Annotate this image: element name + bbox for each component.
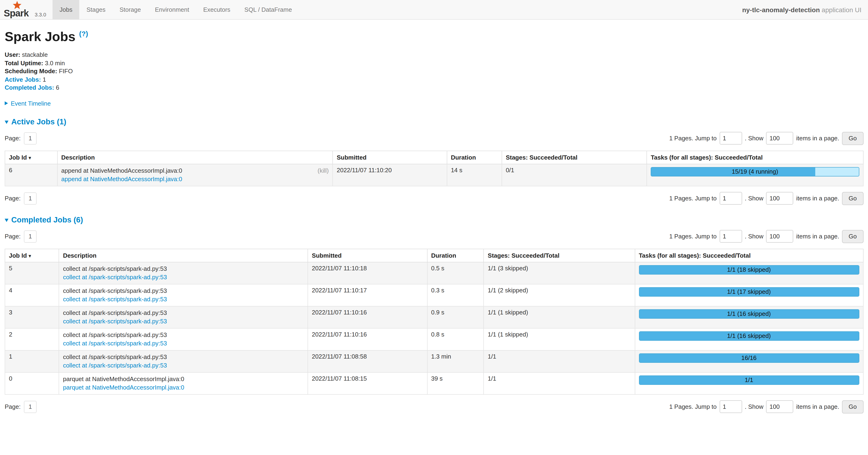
col-description[interactable]: Description bbox=[57, 151, 333, 164]
user-value: stackable bbox=[22, 51, 48, 58]
show-text: . Show bbox=[745, 195, 764, 202]
job-id-cell: 2 bbox=[5, 328, 59, 350]
summary-scheduling-mode: Scheduling Mode: FIFO bbox=[5, 67, 863, 76]
job-description-cell: collect at /spark-scripts/spark-ad.py:53… bbox=[59, 284, 308, 306]
col-job-id[interactable]: Job Id ▾ bbox=[5, 249, 59, 262]
col-job-id[interactable]: Job Id ▾ bbox=[5, 151, 57, 164]
pages-jump-text: 1 Pages. Jump to bbox=[669, 135, 717, 142]
col-duration[interactable]: Duration bbox=[447, 151, 502, 164]
progress-label: 1/1 (18 skipped) bbox=[639, 266, 859, 274]
page-number-button[interactable]: 1 bbox=[24, 132, 37, 145]
tasks-progress-bar: 1/1 (16 skipped) bbox=[639, 331, 859, 341]
go-button[interactable]: Go bbox=[842, 132, 863, 145]
show-text: . Show bbox=[745, 233, 764, 240]
col-stages[interactable]: Stages: Succeeded/Total bbox=[502, 151, 647, 164]
submitted-cell: 2022/11/07 11:08:15 bbox=[308, 372, 427, 395]
col-description[interactable]: Description bbox=[59, 249, 308, 262]
spark-logo[interactable]: Spark 3.3.0 bbox=[0, 0, 53, 19]
tasks-cell: 1/1 (16 skipped) bbox=[635, 328, 863, 350]
tasks-cell: 1/1 (16 skipped) bbox=[635, 306, 863, 328]
tab-sql-dataframe[interactable]: SQL / DataFrame bbox=[238, 0, 299, 19]
tab-jobs[interactable]: Jobs bbox=[53, 0, 80, 19]
page-number-button[interactable]: 1 bbox=[24, 401, 37, 413]
jump-to-input[interactable] bbox=[719, 132, 742, 145]
completed-jobs-table: Job Id ▾ Description Submitted Duration … bbox=[5, 249, 863, 395]
uptime-value: 3.0 min bbox=[45, 60, 65, 67]
completed-jobs-section-header[interactable]: Completed Jobs (6) bbox=[5, 216, 863, 224]
submitted-cell: 2022/11/07 11:10:16 bbox=[308, 306, 427, 328]
show-items-input[interactable] bbox=[766, 230, 794, 243]
tasks-progress-bar: 1/1 (18 skipped) bbox=[639, 265, 859, 275]
show-items-input[interactable] bbox=[766, 401, 794, 413]
job-description-link[interactable]: collect at /spark-scripts/spark-ad.py:53 bbox=[63, 361, 167, 370]
page-label: Page: bbox=[5, 233, 21, 240]
pagination-bar: Page: 1 1 Pages. Jump to . Show items in… bbox=[5, 230, 863, 243]
completed-job-row: 5 collect at /spark-scripts/spark-ad.py:… bbox=[5, 262, 863, 284]
pages-jump-text: 1 Pages. Jump to bbox=[669, 403, 717, 410]
stages-cell: 1/1 (1 skipped) bbox=[484, 306, 635, 328]
tab-environment[interactable]: Environment bbox=[148, 0, 196, 19]
help-link[interactable]: (?) bbox=[79, 30, 88, 37]
event-timeline-toggle[interactable]: Event Timeline bbox=[5, 100, 863, 107]
tasks-cell: 16/16 bbox=[635, 350, 863, 372]
page-title-text: Spark Jobs bbox=[5, 29, 75, 44]
submitted-cell: 2022/11/07 11:10:16 bbox=[308, 328, 427, 350]
col-submitted[interactable]: Submitted bbox=[333, 151, 447, 164]
active-jobs-link[interactable]: Active Jobs: bbox=[5, 76, 41, 83]
job-description-link[interactable]: collect at /spark-scripts/spark-ad.py:53 bbox=[63, 317, 167, 326]
submitted-cell: 2022/11/07 11:10:18 bbox=[308, 262, 427, 284]
pagination-bar: Page: 1 1 Pages. Jump to . Show items in… bbox=[5, 400, 863, 414]
job-description-link[interactable]: parquet at NativeMethodAccessorImpl.java… bbox=[63, 383, 184, 392]
duration-cell: 0.3 s bbox=[427, 284, 484, 306]
job-description-cell: collect at /spark-scripts/spark-ad.py:53… bbox=[59, 328, 308, 350]
pagination-bar: Page: 1 1 Pages. Jump to . Show items in… bbox=[5, 192, 863, 205]
duration-cell: 0.9 s bbox=[427, 306, 484, 328]
go-button[interactable]: Go bbox=[842, 400, 863, 414]
jump-to-input[interactable] bbox=[719, 230, 742, 243]
duration-cell: 39 s bbox=[427, 372, 484, 395]
job-description-link[interactable]: append at NativeMethodAccessorImpl.java:… bbox=[61, 175, 182, 183]
show-items-input[interactable] bbox=[766, 192, 794, 205]
show-items-input[interactable] bbox=[766, 132, 794, 145]
items-text: items in a page. bbox=[796, 233, 839, 240]
col-tasks[interactable]: Tasks (for all stages): Succeeded/Total bbox=[647, 151, 863, 164]
page-number-button[interactable]: 1 bbox=[24, 192, 37, 205]
tasks-progress-bar: 1/1 (16 skipped) bbox=[639, 309, 859, 319]
active-jobs-section-header[interactable]: Active Jobs (1) bbox=[5, 117, 863, 126]
job-description-link[interactable]: collect at /spark-scripts/spark-ad.py:53 bbox=[63, 339, 167, 348]
tasks-progress-bar: 16/16 bbox=[639, 353, 859, 363]
job-description-text: collect at /spark-scripts/spark-ad.py:53 bbox=[63, 309, 167, 317]
tab-executors[interactable]: Executors bbox=[196, 0, 238, 19]
active-jobs-header-row: Job Id ▾ Description Submitted Duration … bbox=[5, 151, 863, 164]
spark-logo-text: Spark bbox=[4, 8, 29, 19]
jump-to-input[interactable] bbox=[719, 401, 742, 413]
job-id-cell: 6 bbox=[5, 164, 57, 186]
job-description-link[interactable]: collect at /spark-scripts/spark-ad.py:53 bbox=[63, 295, 167, 304]
job-description-link[interactable]: collect at /spark-scripts/spark-ad.py:53 bbox=[63, 273, 167, 282]
progress-label: 1/1 (17 skipped) bbox=[639, 288, 859, 296]
application-ui-suffix: application UI bbox=[820, 6, 862, 13]
page-number-button[interactable]: 1 bbox=[24, 230, 37, 243]
col-tasks[interactable]: Tasks (for all stages): Succeeded/Total bbox=[635, 249, 863, 262]
active-jobs-table: Job Id ▾ Description Submitted Duration … bbox=[5, 151, 863, 186]
active-jobs-heading: Active Jobs (1) bbox=[11, 117, 66, 126]
progress-label: 15/19 (4 running) bbox=[651, 168, 859, 176]
col-stages[interactable]: Stages: Succeeded/Total bbox=[484, 249, 635, 262]
kill-link[interactable]: (kill) bbox=[318, 167, 329, 175]
job-id-cell: 5 bbox=[5, 262, 59, 284]
items-text: items in a page. bbox=[796, 403, 839, 410]
completed-jobs-link[interactable]: Completed Jobs: bbox=[5, 84, 54, 91]
tasks-progress-bar: 1/1 (17 skipped) bbox=[639, 287, 859, 296]
tab-stages[interactable]: Stages bbox=[80, 0, 113, 19]
submitted-cell: 2022/11/07 11:10:17 bbox=[308, 284, 427, 306]
col-duration[interactable]: Duration bbox=[427, 249, 484, 262]
go-button[interactable]: Go bbox=[842, 192, 863, 205]
stages-cell: 0/1 bbox=[502, 164, 647, 186]
expand-arrow-icon bbox=[5, 102, 8, 105]
job-id-cell: 0 bbox=[5, 372, 59, 395]
col-submitted[interactable]: Submitted bbox=[308, 249, 427, 262]
go-button[interactable]: Go bbox=[842, 230, 863, 243]
tasks-cell: 1/1 bbox=[635, 372, 863, 395]
tab-storage[interactable]: Storage bbox=[113, 0, 148, 19]
jump-to-input[interactable] bbox=[719, 192, 742, 205]
